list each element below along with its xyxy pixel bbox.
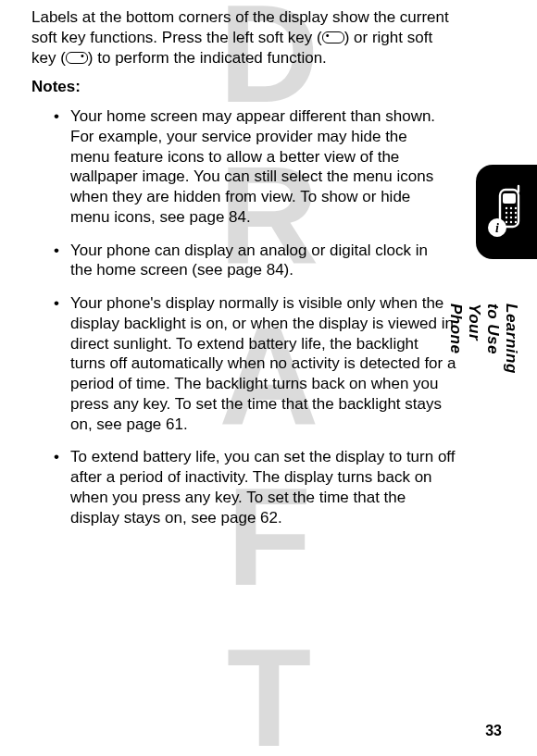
svg-point-14: [515, 221, 517, 223]
notes-heading: Notes:: [31, 77, 457, 97]
phone-info-icon: i: [485, 184, 528, 240]
page: Labels at the bottom corners of the disp…: [0, 0, 537, 756]
note-text: Your phone can display an analog or digi…: [70, 241, 450, 281]
list-item: Your phone's display normally is visible…: [54, 293, 457, 434]
page-number: 33: [485, 723, 502, 739]
note-text: To extend battery life, you can set the …: [70, 448, 456, 526]
section-side-label: Learning to Use Your Phone: [446, 304, 520, 374]
list-item: Your home screen may appear different th…: [54, 106, 457, 228]
left-softkey-icon: [322, 31, 344, 43]
svg-point-10: [510, 217, 512, 218]
svg-point-13: [510, 221, 512, 223]
side-tab: i Learning to Use Your Phone: [472, 165, 537, 259]
svg-point-9: [506, 217, 507, 218]
svg-text:i: i: [495, 221, 499, 235]
notes-list: Your home screen may appear different th…: [31, 106, 457, 527]
svg-point-11: [515, 217, 517, 218]
list-item: Your phone can display an analog or digi…: [54, 241, 457, 281]
svg-point-8: [515, 212, 517, 214]
tab-shape: i: [476, 165, 537, 259]
svg-point-3: [506, 207, 507, 209]
note-text: Your home screen may appear different th…: [70, 106, 450, 228]
svg-point-7: [510, 212, 512, 214]
svg-point-5: [515, 207, 517, 209]
intro-text-c: ) to perform the indicated function.: [88, 49, 327, 67]
svg-point-6: [506, 212, 507, 214]
intro-paragraph: Labels at the bottom corners of the disp…: [31, 7, 457, 68]
note-text: Your phone's display normally is visible…: [70, 294, 456, 433]
right-softkey-icon: [66, 52, 88, 64]
svg-point-12: [506, 221, 507, 223]
svg-point-4: [510, 207, 512, 209]
svg-rect-1: [503, 193, 516, 204]
list-item: To extend battery life, you can set the …: [54, 447, 457, 527]
main-content: Labels at the bottom corners of the disp…: [31, 0, 457, 527]
